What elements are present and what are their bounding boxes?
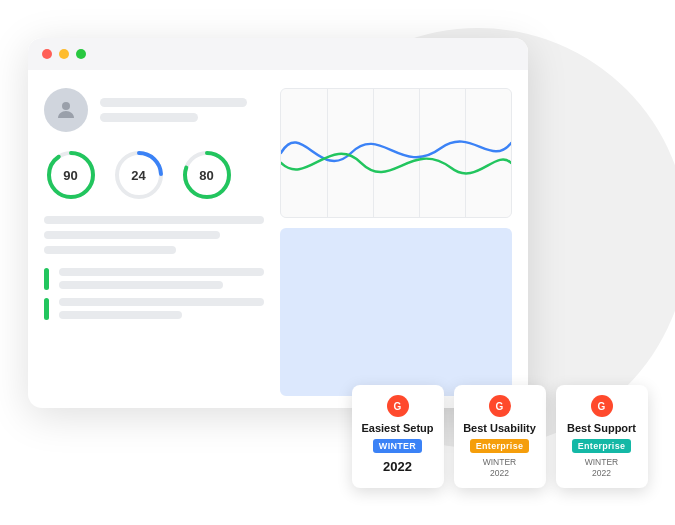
content-line-3 [44,246,176,254]
badge-best-support: G Best Support Enterprise WINTER2022 [556,385,648,487]
profile-section [44,88,264,132]
g2-logo-2: G [489,395,511,417]
right-panel [280,88,512,396]
badge-ribbon-2: Enterprise [470,439,530,453]
browser-titlebar [28,38,528,70]
metric-80: 80 [180,148,234,202]
content-line-1 [44,216,264,224]
ring-80-container: 80 [180,148,234,202]
badge-title-1: Easiest Setup [361,422,433,435]
name-line [100,98,248,107]
svg-point-0 [62,102,70,110]
bar-lines-1 [59,268,264,289]
metrics-row: 90 24 [44,148,264,202]
profile-lines [100,98,264,122]
badge-ribbon-3: Enterprise [572,439,632,453]
ring-24-container: 24 [112,148,166,202]
bar-line-1a [59,268,264,276]
ring-90-container: 90 [44,148,98,202]
bar-line-2b [59,311,182,319]
accent-bar-2 [44,298,49,320]
badge-year-1: 2022 [383,459,412,474]
badge-sub-3: WINTER2022 [585,457,619,479]
browser-window: 90 24 [28,38,528,408]
subtitle-line [100,113,198,122]
badge-sub-2: WINTER2022 [483,457,517,479]
user-icon [54,98,78,122]
bar-line-2a [59,298,264,306]
scene: 90 24 [18,18,658,508]
g2-logo-3: G [591,395,613,417]
blue-area [280,228,512,396]
badge-easiest-setup: G Easiest Setup WINTER 2022 [352,385,444,487]
badge-ribbon-1: WINTER [373,439,422,453]
g2-logo-1: G [387,395,409,417]
close-dot [42,49,52,59]
metric-90: 90 [44,148,98,202]
accent-bar-group-1 [44,268,264,290]
left-panel: 90 24 [44,88,264,396]
badges-row: G Easiest Setup WINTER 2022 G Best Usabi… [352,385,648,487]
metric-90-value: 90 [63,167,77,182]
badge-best-usability: G Best Usability Enterprise WINTER2022 [454,385,546,487]
badge-title-2: Best Usability [463,422,536,435]
wave-chart-svg [281,89,511,217]
bar-lines-2 [59,298,264,319]
badge-title-3: Best Support [567,422,636,435]
bar-line-1b [59,281,223,289]
browser-content: 90 24 [28,70,528,408]
accent-bar-1 [44,268,49,290]
content-lines-1 [44,216,264,254]
minimize-dot [59,49,69,59]
metric-80-value: 80 [199,167,213,182]
accent-bar-group-2 [44,298,264,320]
avatar [44,88,88,132]
chart-area [280,88,512,218]
metric-24-value: 24 [131,167,145,182]
content-line-2 [44,231,220,239]
metric-24: 24 [112,148,166,202]
maximize-dot [76,49,86,59]
